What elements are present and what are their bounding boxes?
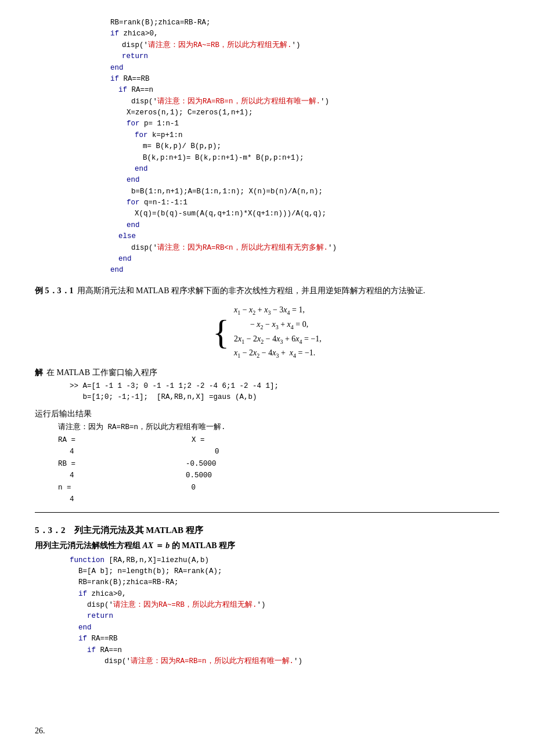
- section-title: 5．3．2 列主元消元法及其 MATLAB 程序: [35, 523, 499, 537]
- section-divider: [35, 512, 499, 513]
- solution-input: >> A=[1 -1 1 -3; 0 -1 -1 1;2 -2 -4 6;1 -…: [35, 381, 499, 404]
- example-label: 例 5．3．1: [35, 285, 74, 297]
- x-val-1: 0: [192, 446, 219, 458]
- x-val-3: 0.5000: [186, 470, 217, 481]
- code-line: if RA==RB: [70, 633, 499, 645]
- code-line: end: [110, 220, 499, 231]
- x-vals-block: -0.5000 0.5000: [186, 458, 217, 481]
- code-line: X=zeros(n,1); C=zeros(1,n+1);: [110, 107, 499, 118]
- code-line: b=B(1:n,n+1);A=B(1:n,1:n); X(n)=b(n)/A(n…: [110, 186, 499, 197]
- code-line: else: [110, 231, 499, 242]
- x-block: X = 0: [192, 434, 219, 458]
- n-block: n = 4: [58, 482, 74, 505]
- example-text: 用高斯消元法和 MATLAB 程序求解下面的非齐次线性方程组，并且用逆矩阵解方程…: [77, 285, 425, 297]
- code-line: for p= 1:n-1: [110, 118, 499, 129]
- results-block: RA = 4 X = 0 RB = 4 -0.5000 0.5000 n = 4: [35, 434, 499, 505]
- code-line: B=[A b]; n=length(b); RA=rank(A);: [70, 566, 499, 577]
- n-label: n =: [58, 482, 74, 494]
- ra-label: RA =: [58, 434, 75, 446]
- code-line: end: [110, 164, 499, 175]
- x-val-2: -0.5000: [186, 458, 217, 470]
- code-line: function [RA,RB,n,X]=liezhu(A,b): [70, 555, 499, 566]
- solution-block: 解 在 MATLAB 工作窗口输入程序 >> A=[1 -1 1 -3; 0 -…: [35, 366, 499, 403]
- code-line: end: [110, 265, 499, 276]
- code-line: disp('请注意：因为RA~=RB，所以此方程组无解.'): [110, 40, 499, 51]
- ra-value: 4: [58, 446, 75, 458]
- solution-label: 解: [35, 366, 43, 379]
- code-line: end: [70, 622, 499, 633]
- code-line: return: [110, 51, 499, 62]
- solution-text: 在 MATLAB 工作窗口输入程序: [46, 366, 157, 379]
- code-line: end: [110, 63, 499, 74]
- section-subtitle: 用列主元消元法解线性方程组 AX ＝ b 的 MATLAB 程序: [35, 539, 499, 552]
- brace-left-icon: {: [212, 315, 229, 350]
- code-line: return: [70, 611, 499, 622]
- equation-system: { x1 − x2 + x3 − 3x4 = 1, − x2 − x3 + x4…: [35, 303, 499, 361]
- eq-row-3: 2x1 − 2x2 − 4x3 + 6x4 = −1,: [234, 332, 322, 347]
- page-number: 26.: [35, 725, 45, 737]
- code-line: m= B(k,p)/ B(p,p);: [110, 141, 499, 152]
- rb-block: RB = 4: [58, 458, 75, 481]
- code-line: if RA==n: [110, 85, 499, 96]
- code-line: end: [110, 175, 499, 186]
- code-line: for k=p+1:n: [110, 130, 499, 141]
- code-line: if zhica>0,: [110, 28, 499, 39]
- code-block-top: RB=rank(B);zhica=RB-RA; if zhica>0, disp…: [35, 17, 499, 276]
- notice-output: 请注意：因为 RA=RB=n，所以此方程组有唯一解.: [35, 422, 499, 433]
- ra-block: RA = 4: [58, 434, 75, 458]
- code-line: X(q)=(b(q)-sum(A(q,q+1:n)*X(q+1:n)))/A(q…: [110, 208, 499, 219]
- code-line: RB=rank(B);zhica=RB-RA;: [110, 17, 499, 28]
- code-line: RB=rank(B);zhica=RB-RA;: [70, 577, 499, 588]
- x-label: X =: [192, 434, 219, 446]
- code-line: if RA==n: [70, 645, 499, 656]
- code-line: end: [110, 254, 499, 265]
- code-line: B(k,p:n+1)= B(k,p:n+1)-m* B(p,p:n+1);: [110, 153, 499, 164]
- code-block-532: function [RA,RB,n,X]=liezhu(A,b) B=[A b]…: [35, 555, 499, 668]
- rb-value: 4: [58, 470, 75, 481]
- code-line: for q=n-1:-1:1: [110, 197, 499, 208]
- run-text: 运行后输出结果: [35, 408, 499, 420]
- code-line: disp('请注意：因为RA=RB<n，所以此方程组有无穷多解.'): [110, 243, 499, 254]
- code-line: b=[1;0; -1;-1]; [RA,RB,n,X] =gaus (A,b): [70, 392, 499, 403]
- code-line: >> A=[1 -1 1 -3; 0 -1 -1 1;2 -2 -4 6;1 -…: [70, 381, 499, 392]
- example-531: 例 5．3．1 用高斯消元法和 MATLAB 程序求解下面的非齐次线性方程组，并…: [35, 285, 499, 361]
- equation-lines: x1 − x2 + x3 − 3x4 = 1, − x2 − x3 + x4 =…: [234, 303, 322, 361]
- code-line: disp('请注意：因为RA=RB=n，所以此方程组有唯一解.'): [110, 96, 499, 107]
- eq-row-1: x1 − x2 + x3 − 3x4 = 1,: [234, 303, 322, 318]
- eq-row-2: − x2 − x3 + x4 = 0,: [234, 318, 322, 332]
- section-532: 5．3．2 列主元消元法及其 MATLAB 程序 用列主元消元法解线性方程组 A…: [35, 523, 499, 667]
- eq-row-4: x1 − 2x2 − 4x3 + x4 = −1.: [234, 346, 322, 361]
- n-value: 4: [58, 494, 74, 505]
- code-line: disp('请注意：因为RA~=RB，所以此方程组无解.'): [70, 600, 499, 611]
- code-line: if RA==RB: [110, 74, 499, 85]
- rb-label: RB =: [58, 458, 75, 470]
- code-line: if zhica>0,: [70, 589, 499, 600]
- x-val-4-wrap: 0: [192, 482, 196, 505]
- x-val-4: 0: [192, 482, 196, 494]
- code-line: disp('请注意：因为RA=RB=n，所以此方程组有唯一解.'): [70, 656, 499, 667]
